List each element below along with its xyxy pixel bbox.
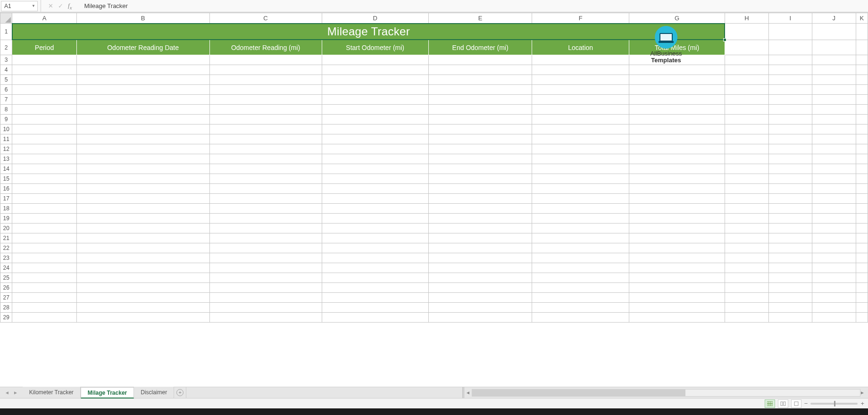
cell[interactable] (428, 55, 532, 65)
tab-prev-icon[interactable]: ◄ (5, 390, 9, 395)
cell[interactable] (12, 233, 76, 243)
zoom-slider[interactable] (810, 403, 858, 405)
cell[interactable] (725, 214, 768, 224)
row-header[interactable]: 11 (0, 134, 12, 144)
cell[interactable] (209, 194, 322, 204)
cell[interactable] (76, 174, 209, 184)
cell[interactable] (725, 273, 768, 283)
view-normal-button[interactable] (765, 399, 775, 408)
title-cell[interactable]: Mileage Tracker (12, 24, 725, 40)
cell[interactable] (209, 303, 322, 313)
cell[interactable] (629, 263, 725, 273)
cell[interactable] (76, 115, 209, 124)
cell[interactable] (768, 273, 812, 283)
cell[interactable] (856, 263, 868, 273)
row-header[interactable]: 22 (0, 243, 12, 253)
cell[interactable] (725, 144, 768, 154)
cell[interactable] (322, 75, 428, 85)
sheet-tab[interactable]: Kilometer Tracker (23, 387, 81, 398)
header-cell[interactable]: Period (12, 40, 76, 55)
row-header[interactable]: 10 (0, 124, 12, 134)
cell[interactable] (629, 273, 725, 283)
cell[interactable] (629, 65, 725, 75)
cell[interactable] (768, 40, 812, 55)
cell[interactable] (856, 233, 868, 243)
cell[interactable] (428, 184, 532, 194)
cell[interactable] (209, 184, 322, 194)
cell[interactable] (532, 204, 629, 214)
cell[interactable] (768, 253, 812, 263)
cell[interactable] (76, 313, 209, 323)
cell[interactable] (12, 115, 76, 124)
cell[interactable] (856, 95, 868, 105)
cell[interactable] (209, 55, 322, 65)
cell[interactable] (532, 75, 629, 85)
cell[interactable] (428, 303, 532, 313)
cell[interactable] (322, 144, 428, 154)
cell[interactable] (768, 224, 812, 233)
cell[interactable] (725, 95, 768, 105)
cell[interactable] (209, 283, 322, 293)
cell[interactable] (812, 214, 856, 224)
cell[interactable] (532, 134, 629, 144)
cell[interactable] (322, 174, 428, 184)
cell[interactable] (76, 144, 209, 154)
cell[interactable] (428, 243, 532, 253)
cell[interactable] (812, 293, 856, 303)
row-header[interactable]: 9 (0, 115, 12, 124)
cell[interactable] (428, 115, 532, 124)
cell[interactable] (725, 194, 768, 204)
cell[interactable] (322, 65, 428, 75)
header-cell[interactable]: Odometer Reading Date (76, 40, 209, 55)
cell[interactable] (322, 214, 428, 224)
cell[interactable] (209, 65, 322, 75)
cell[interactable] (768, 75, 812, 85)
cell[interactable] (812, 174, 856, 184)
cell[interactable] (428, 75, 532, 85)
cell[interactable] (768, 134, 812, 144)
header-cell[interactable]: Odometer Reading (mi) (209, 40, 322, 55)
cell[interactable] (76, 75, 209, 85)
cell[interactable] (76, 194, 209, 204)
cell[interactable] (76, 95, 209, 105)
cell[interactable] (768, 24, 812, 40)
cell[interactable] (629, 283, 725, 293)
cell[interactable] (629, 194, 725, 204)
cell[interactable] (209, 224, 322, 233)
cell[interactable] (812, 40, 856, 55)
cell[interactable] (322, 204, 428, 214)
row-header[interactable]: 7 (0, 95, 12, 105)
row-header[interactable]: 8 (0, 105, 12, 115)
column-header[interactable]: I (768, 13, 812, 24)
cell[interactable] (768, 283, 812, 293)
cell[interactable] (322, 95, 428, 105)
cell[interactable] (812, 184, 856, 194)
cell[interactable] (76, 184, 209, 194)
cell[interactable] (209, 105, 322, 115)
cell[interactable] (322, 263, 428, 273)
cell[interactable] (12, 204, 76, 214)
cell[interactable] (768, 154, 812, 164)
cell[interactable] (322, 134, 428, 144)
cell[interactable] (76, 273, 209, 283)
cell[interactable] (725, 283, 768, 293)
cell[interactable] (629, 134, 725, 144)
cell[interactable] (428, 124, 532, 134)
cell[interactable] (812, 243, 856, 253)
cell[interactable] (768, 263, 812, 273)
cell[interactable] (812, 164, 856, 174)
cell[interactable] (856, 24, 868, 40)
cell[interactable] (725, 253, 768, 263)
cell[interactable] (322, 273, 428, 283)
cell[interactable] (629, 105, 725, 115)
row-header[interactable]: 21 (0, 233, 12, 243)
cell[interactable] (209, 253, 322, 263)
cell[interactable] (812, 224, 856, 233)
cell[interactable] (725, 233, 768, 243)
cell[interactable] (725, 204, 768, 214)
cell[interactable] (629, 154, 725, 164)
cell[interactable] (76, 154, 209, 164)
cell[interactable] (532, 184, 629, 194)
cell[interactable] (768, 95, 812, 105)
cell[interactable] (629, 85, 725, 95)
